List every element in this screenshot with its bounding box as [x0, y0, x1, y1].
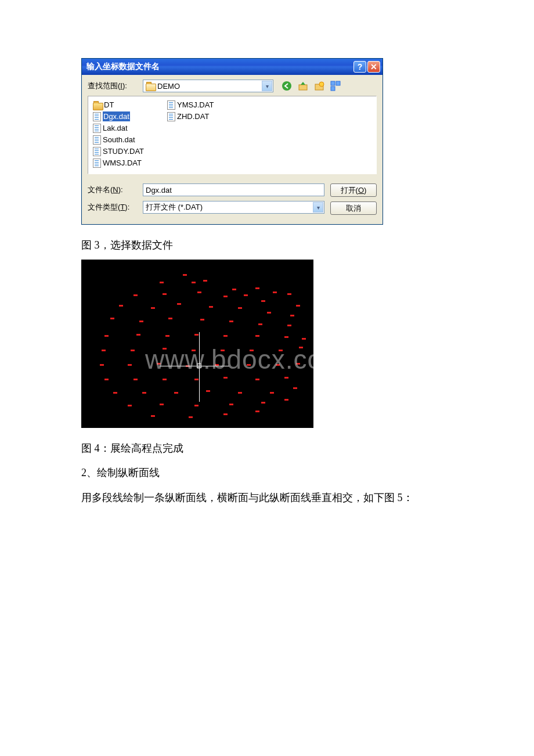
elevation-point	[110, 318, 114, 319]
file-name-label: ZHD.DAT	[177, 111, 209, 121]
elevation-point	[279, 350, 283, 351]
file-item[interactable]: South.dat	[93, 135, 144, 145]
dialog-bottom: 文件名(N): Dgx.dat 文件类型(T): 打开文件 (*.DAT) ▾	[88, 183, 377, 218]
elevation-point	[194, 334, 199, 336]
elevation-point	[232, 289, 236, 290]
file-name-label: DT	[104, 100, 114, 110]
svg-rect-5	[336, 81, 340, 85]
elevation-point	[177, 303, 181, 305]
dropdown-arrow-icon[interactable]: ▾	[313, 202, 323, 213]
elevation-point	[174, 392, 178, 394]
elevation-point	[104, 379, 109, 380]
elevation-point	[194, 379, 199, 380]
elevation-point	[102, 350, 106, 351]
svg-point-3	[319, 82, 324, 87]
elevation-point	[192, 282, 196, 283]
file-name-label: STUDY.DAT	[103, 146, 144, 156]
elevation-point	[163, 379, 167, 380]
file-item[interactable]: ZHD.DAT	[167, 111, 214, 121]
file-icon	[167, 112, 175, 121]
file-item[interactable]: WMSJ.DAT	[93, 158, 144, 168]
elevation-point	[284, 377, 288, 379]
elevation-point	[255, 335, 259, 337]
elevation-point	[200, 319, 204, 321]
file-item[interactable]: Dgx.dat	[93, 111, 144, 121]
filetype-select[interactable]: 打开文件 (*.DAT) ▾	[143, 201, 324, 214]
lookin-label: 查找范围(I):	[88, 81, 143, 91]
elevation-point	[206, 390, 210, 392]
elevation-point	[163, 293, 167, 295]
elevation-point	[113, 392, 117, 394]
file-name-label: South.dat	[103, 135, 135, 145]
help-button[interactable]: ?	[353, 61, 366, 73]
elevation-point	[194, 405, 199, 406]
elevation-point	[284, 399, 288, 401]
open-file-dialog: 输入坐标数据文件名 ? ✕ 查找范围(I): DEMO ▾	[81, 58, 383, 225]
elevation-point	[168, 318, 172, 319]
file-name-label: Lak.dat	[103, 123, 128, 133]
elevation-point	[160, 404, 164, 405]
elevation-point	[302, 338, 306, 340]
back-icon[interactable]	[282, 81, 292, 91]
step2-paragraph: 用多段线绘制一条纵断面线，横断面与此纵断面线垂直相交，如下图 5：	[81, 488, 453, 507]
lookin-select[interactable]: DEMO ▾	[143, 80, 273, 92]
crosshair-pickbox	[197, 363, 201, 368]
elevation-point	[223, 377, 228, 379]
cancel-button[interactable]: 取消	[330, 201, 377, 215]
file-icon	[93, 147, 101, 156]
elevation-point	[287, 293, 291, 295]
file-item[interactable]: YMSJ.DAT	[167, 100, 214, 110]
new-folder-icon[interactable]	[314, 81, 324, 91]
svg-rect-4	[331, 81, 335, 85]
elevation-point	[209, 306, 213, 308]
elevation-point	[203, 280, 207, 282]
elevation-point	[247, 364, 251, 366]
file-col-1: DTDgx.datLak.datSouth.datSTUDY.DATWMSJ.D…	[93, 100, 144, 170]
elevation-point	[223, 413, 228, 415]
up-level-icon[interactable]	[298, 81, 308, 91]
elevation-point	[151, 307, 155, 309]
elevation-point	[287, 325, 291, 326]
view-menu-icon[interactable]	[330, 81, 341, 91]
file-item[interactable]: Lak.dat	[93, 123, 144, 133]
elevation-point	[229, 404, 233, 405]
elevation-point	[119, 305, 123, 307]
elevation-point	[139, 321, 143, 322]
elevation-point	[189, 416, 193, 418]
elevation-point	[104, 335, 109, 337]
elevation-point	[165, 335, 169, 337]
elevation-point	[223, 296, 228, 297]
file-name-label: Dgx.dat	[103, 111, 130, 121]
folder-icon	[93, 101, 102, 109]
elevation-point	[276, 364, 280, 366]
elevation-point	[163, 348, 167, 350]
elevation-point	[229, 321, 233, 322]
dialog-toolbar	[282, 81, 341, 91]
open-button[interactable]: 打开(O)	[330, 183, 377, 197]
elevation-point	[160, 282, 164, 283]
file-item[interactable]: DT	[93, 100, 144, 110]
dropdown-arrow-icon[interactable]: ▾	[262, 81, 272, 91]
file-list-area[interactable]: DTDgx.datLak.datSouth.datSTUDY.DATWMSJ.D…	[88, 96, 377, 174]
elevation-point	[255, 287, 259, 289]
elevation-point	[238, 392, 242, 394]
elevation-point	[197, 291, 201, 293]
elevation-point	[131, 350, 135, 351]
close-button[interactable]: ✕	[367, 61, 380, 73]
elevation-point	[299, 347, 303, 348]
elevation-point	[270, 392, 274, 394]
elevation-point	[261, 300, 265, 302]
elevation-point	[221, 350, 225, 351]
elevation-point	[255, 411, 259, 412]
lookin-row: 查找范围(I): DEMO ▾	[88, 80, 377, 92]
file-item[interactable]: STUDY.DAT	[93, 146, 144, 156]
elevation-point	[296, 363, 300, 365]
elevation-point	[267, 312, 271, 314]
elevation-point	[142, 392, 146, 394]
file-icon	[93, 112, 101, 121]
dialog-body: 查找范围(I): DEMO ▾	[82, 75, 383, 224]
svg-rect-6	[331, 87, 335, 91]
svg-rect-1	[299, 85, 307, 90]
filename-input[interactable]: Dgx.dat	[143, 183, 324, 196]
elevation-point	[192, 350, 196, 351]
